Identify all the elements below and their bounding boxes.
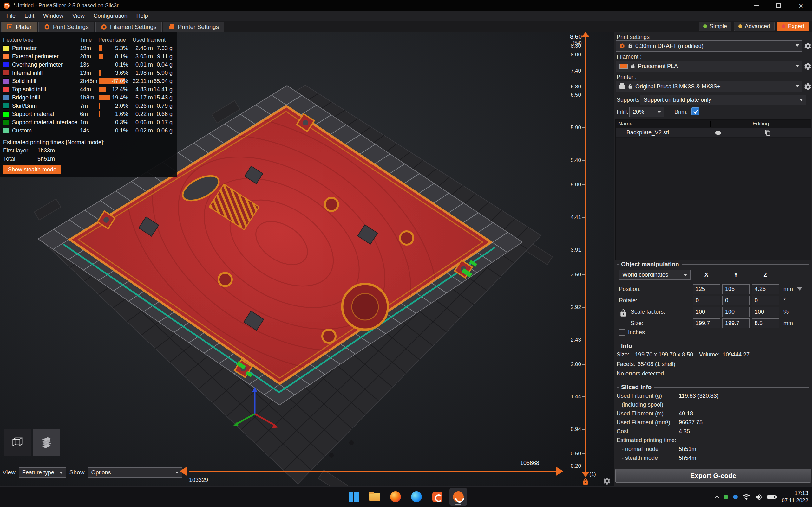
object-row[interactable]: Backplate_V2.stl [616, 128, 811, 137]
slider-settings-gear-icon[interactable] [603, 477, 611, 485]
taskbar-clock[interactable]: 17:13 07.11.2022 [781, 490, 808, 504]
filament-combo[interactable]: Prusament PLA [616, 60, 803, 72]
edit-print-settings-gear-button[interactable] [804, 42, 812, 50]
rotate-y-input[interactable] [722, 296, 750, 305]
layer-slider-tick[interactable]: 5.40 [565, 157, 585, 164]
legend-row[interactable]: Skirt/Brim 7m 2.0% 0.26 m 0.79 g [3, 102, 174, 110]
tab-print-settings[interactable]: Print Settings [38, 21, 94, 32]
layer-slider-tick[interactable]: 8.30 [565, 43, 585, 49]
size-y-input[interactable] [722, 319, 750, 328]
scalefactors-z-input[interactable] [752, 307, 779, 317]
tray-chevron-up-icon[interactable] [715, 495, 720, 500]
mode-button-simple[interactable]: Simple [699, 22, 731, 31]
file-explorer-button[interactable] [366, 488, 384, 506]
supports-combo[interactable]: Support on build plate only [640, 95, 806, 105]
tray-status-green-icon[interactable] [723, 495, 728, 499]
menu-item-view[interactable]: View [68, 13, 89, 19]
visibility-eye-icon[interactable] [715, 129, 722, 136]
legend-row[interactable]: Top solid infill 44m 12.4% 4.83 m 14.41 … [3, 85, 174, 94]
brim-checkbox[interactable] [692, 107, 699, 115]
show-options-combo[interactable]: Options [88, 467, 182, 477]
legend-row[interactable]: Solid infill 2h45m 47.0% 22.11 m 65.94 g [3, 77, 174, 85]
scalefactors-x-input[interactable] [693, 307, 720, 317]
coordinate-system-combo[interactable]: World coordinates [619, 270, 691, 280]
prusaslicer-taskbar-button[interactable] [450, 488, 467, 506]
preview-view-button[interactable] [33, 429, 60, 456]
tab-plater[interactable]: Plater [1, 21, 37, 32]
gcode-move-slider[interactable] [189, 470, 556, 472]
infill-combo[interactable]: 20% [629, 107, 664, 117]
legend-row[interactable]: Bridge infill 1h8m 19.4% 5.17 m 15.43 g [3, 94, 174, 102]
volume-icon[interactable] [755, 493, 763, 501]
uniform-scale-lock-icon[interactable] [619, 309, 627, 317]
layer-slider-tick[interactable]: 2.43 [565, 337, 585, 343]
rotate-z-input[interactable] [752, 296, 779, 305]
scalefactors-y-input[interactable] [722, 307, 750, 317]
layer-slider-bottom-handle[interactable] [581, 472, 590, 477]
menu-item-help[interactable]: Help [132, 13, 153, 19]
menu-item-configuration[interactable]: Configuration [89, 13, 132, 19]
layer-slider-tick[interactable]: 5.00 [565, 181, 585, 188]
printer-combo[interactable]: Original Prusa i3 MK3S & MK3S+ [616, 81, 803, 92]
menu-item-window[interactable]: Window [39, 13, 68, 19]
size-z-input[interactable] [752, 319, 779, 328]
legend-row[interactable]: Support material interface 1m 0.3% 0.06 … [3, 118, 174, 126]
start-button[interactable] [345, 488, 362, 506]
legend-row[interactable]: Support material 6m 1.6% 0.22 m 0.66 g [3, 110, 174, 118]
menu-item-edit[interactable]: Edit [20, 13, 39, 19]
show-stealth-mode-button[interactable]: Show stealth mode [3, 165, 61, 174]
firefox-button[interactable] [387, 488, 404, 506]
legend-row[interactable]: Overhang perimeter 13s 0.1% 0.01 m 0.04 … [3, 60, 174, 69]
position-z-input[interactable] [752, 284, 779, 294]
layer-slider-tick[interactable]: 6.50 [565, 92, 585, 99]
close-button[interactable]: × [790, 0, 812, 11]
layer-slider-track[interactable] [585, 37, 586, 472]
layer-slider[interactable]: 8.60 (54) 8.308.007.406.806.505.905.405.… [565, 32, 614, 487]
layer-slider-tick[interactable]: 5.90 [565, 124, 585, 131]
position-x-input[interactable] [693, 284, 720, 294]
layer-slider-tick[interactable]: 4.41 [565, 214, 585, 221]
wifi-icon[interactable] [743, 493, 750, 501]
layer-slider-tick[interactable]: 1.44 [565, 393, 585, 400]
layer-slider-tick[interactable]: 0.50 [565, 450, 585, 457]
tab-filament-settings[interactable]: Filament Settings [96, 21, 162, 32]
utility-app-button[interactable] [428, 488, 446, 506]
mode-button-advanced[interactable]: Advanced [734, 22, 774, 31]
view-type-combo[interactable]: Feature type [19, 467, 66, 477]
legend-row[interactable]: Custom 14s 0.1% 0.02 m 0.06 g [3, 126, 174, 135]
layer-slider-tick[interactable]: 2.00 [565, 361, 585, 368]
layer-slider-tick[interactable]: 3.50 [565, 271, 585, 278]
move-slider-right-handle[interactable] [556, 466, 563, 476]
layer-slider-tick[interactable]: 6.80 [565, 83, 585, 90]
layer-slider-tick[interactable]: 3.91 [565, 246, 585, 253]
export-gcode-button[interactable]: Export G-code [615, 469, 811, 483]
edit-printer-gear-button[interactable] [804, 83, 812, 91]
tray-status-blue-icon[interactable] [733, 495, 738, 499]
mode-button-expert[interactable]: Expert [777, 22, 809, 31]
size-x-input[interactable] [693, 319, 720, 328]
rotate-x-input[interactable] [693, 296, 720, 305]
tab-printer-settings[interactable]: Printer Settings [163, 21, 224, 32]
maximize-button[interactable] [768, 0, 790, 11]
position-y-input[interactable] [722, 284, 750, 294]
layer-slider-tick[interactable]: 8.00 [565, 51, 585, 58]
print-settings-combo[interactable]: 0.30mm DRAFT (modified) [616, 40, 803, 52]
battery-icon[interactable] [767, 495, 775, 499]
editor-view-button[interactable] [4, 429, 31, 456]
layer-slider-tick[interactable]: 0.94 [565, 426, 585, 433]
drop-to-bed-icon[interactable] [797, 287, 803, 291]
edge-browser-button[interactable] [408, 488, 425, 506]
edit-filament-gear-button[interactable] [804, 62, 812, 70]
layer-slider-tick[interactable]: 0.20 [565, 463, 585, 469]
layer-range-lock-icon[interactable] [582, 478, 589, 485]
inches-checkbox[interactable] [619, 329, 625, 336]
legend-row[interactable]: Perimeter 19m 5.3% 2.46 m 7.33 g [3, 44, 174, 52]
menu-item-file[interactable]: File [2, 13, 20, 19]
edit-object-icon[interactable] [765, 130, 771, 136]
legend-row[interactable]: External perimeter 28m 8.1% 3.05 m 9.11 … [3, 52, 174, 60]
layer-slider-top-handle[interactable] [581, 32, 590, 37]
layer-slider-tick[interactable]: 7.40 [565, 67, 585, 74]
legend-row[interactable]: Internal infill 13m 3.6% 1.98 m 5.90 g [3, 69, 174, 77]
move-slider-left-handle[interactable] [180, 466, 187, 476]
layer-slider-tick[interactable]: 2.92 [565, 304, 585, 311]
